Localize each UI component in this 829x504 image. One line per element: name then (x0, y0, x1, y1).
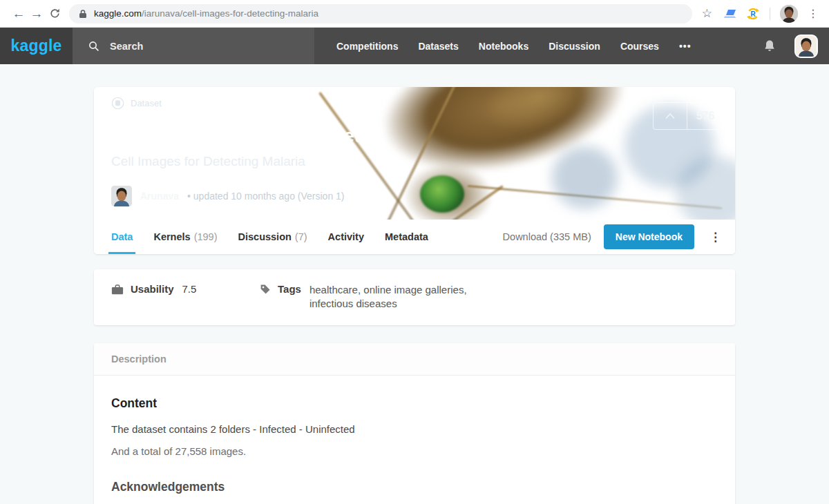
main-nav: Competitions Datasets Notebooks Discussi… (336, 41, 692, 52)
extension-icon[interactable] (724, 8, 737, 19)
tabs-actions: Download (335 MB) New Notebook ⋮ (503, 224, 724, 249)
tab-activity[interactable]: Activity (328, 220, 364, 254)
briefcase-icon (111, 284, 124, 295)
dataset-hero-card: Dataset 576 Malaria Cell Images Dataset … (94, 87, 735, 254)
tags-value[interactable]: healthcare, online image galleries, infe… (309, 283, 481, 311)
kaggle-logo[interactable]: kaggle (0, 28, 73, 64)
kaggle-navbar: kaggle Competitions Datasets Notebooks D… (0, 28, 829, 64)
toolbar-divider (770, 8, 770, 20)
dataset-type-chip: Dataset (111, 97, 162, 110)
r-extension-icon[interactable]: R (747, 8, 759, 20)
tab-kernels[interactable]: Kernels(199) (153, 220, 217, 254)
description-header: Description (94, 343, 735, 376)
acknowledgements-heading: Acknowledgements (111, 480, 718, 494)
upvote-count[interactable]: 576 (687, 103, 723, 129)
nav-more-icon[interactable]: ••• (679, 41, 692, 52)
refresh-icon (49, 8, 61, 19)
search-icon (88, 40, 100, 52)
tag-icon (260, 284, 271, 295)
dataset-tabs: Data Kernels(199) Discussion(7) Activity… (94, 220, 735, 254)
caret-up-icon (665, 113, 676, 119)
browser-refresh-button[interactable] (46, 8, 64, 19)
navbar-right (763, 35, 829, 58)
bokeh-decoration (676, 156, 735, 220)
nav-notebooks[interactable]: Notebooks (479, 41, 528, 52)
url-path: /iarunava/cell-images-for-detecting-mala… (142, 8, 318, 19)
banner-photo: Dataset 576 Malaria Cell Images Dataset … (94, 87, 735, 220)
browser-profile-avatar[interactable] (780, 5, 798, 23)
browser-menu-icon[interactable]: ⋮ (808, 7, 819, 20)
new-notebook-button[interactable]: New Notebook (604, 224, 694, 249)
meta-card: Usability 7.5 Tags healthcare, online im… (94, 269, 735, 325)
usability-section[interactable]: Usability 7.5 (111, 283, 260, 311)
mosquito-antenna-decoration (468, 185, 723, 209)
tab-data[interactable]: Data (111, 220, 133, 254)
user-avatar[interactable] (794, 35, 818, 58)
bookmark-star-icon[interactable]: ☆ (702, 6, 712, 21)
author-row: Arunava • updated 10 months ago (Version… (111, 186, 345, 206)
mosquito-leg-decoration (381, 87, 459, 220)
notifications-bell-icon[interactable] (763, 39, 776, 53)
mosquito-eye-decoration (420, 175, 464, 213)
mosquito-leg-decoration (440, 185, 504, 220)
mosquito-thorax-decoration (375, 87, 635, 191)
browser-toolbar: ← → kaggle.com/iarunava/cell-images-for-… (0, 0, 829, 28)
description-body: Content The dataset contains 2 folders -… (94, 376, 735, 504)
content-heading: Content (111, 396, 718, 411)
upvote-button[interactable] (654, 103, 687, 129)
page-content: Dataset 576 Malaria Cell Images Dataset … (0, 64, 829, 504)
address-bar[interactable]: kaggle.com/iarunava/cell-images-for-dete… (69, 4, 692, 23)
nav-datasets[interactable]: Datasets (418, 41, 458, 52)
upvote-widget: 576 (653, 102, 724, 130)
browser-back-button[interactable]: ← (10, 6, 28, 21)
tags-section: Tags healthcare, online image galleries,… (260, 283, 481, 311)
tab-metadata[interactable]: Metadata (385, 220, 428, 254)
browser-forward-button[interactable]: → (28, 6, 46, 21)
updated-text: • updated 10 months ago (Version 1) (187, 191, 345, 202)
url-domain: kaggle.com (94, 8, 142, 19)
download-link[interactable]: Download (335 MB) (503, 231, 591, 242)
nav-competitions[interactable]: Competitions (336, 41, 398, 52)
lock-icon[interactable] (79, 9, 87, 19)
mosquito-fuzz-decoration (474, 87, 604, 145)
dataset-icon (111, 97, 124, 110)
bokeh-decoration (552, 146, 618, 209)
mosquito-head-decoration (403, 163, 493, 220)
nav-courses[interactable]: Courses (620, 41, 659, 52)
author-name[interactable]: Arunava (140, 191, 179, 202)
nav-discussion[interactable]: Discussion (549, 41, 600, 52)
dataset-subtitle: Cell Images for Detecting Malaria (111, 154, 305, 169)
search-bar[interactable] (73, 28, 314, 64)
usability-value: 7.5 (182, 283, 197, 295)
author-avatar[interactable] (111, 186, 132, 206)
dataset-title: Malaria Cell Images Dataset (111, 126, 361, 147)
usability-label: Usability (131, 283, 174, 295)
overflow-menu-icon[interactable]: ⋮ (707, 230, 724, 244)
tags-label: Tags (278, 283, 301, 295)
url-text: kaggle.com/iarunava/cell-images-for-dete… (94, 8, 318, 19)
description-card: Description Content The dataset contains… (94, 343, 735, 504)
tab-discussion[interactable]: Discussion(7) (238, 220, 307, 254)
search-input[interactable] (110, 41, 283, 52)
dataset-type-label: Dataset (131, 98, 162, 108)
content-paragraph-2: And a total of 27,558 images. (111, 445, 718, 457)
content-paragraph-1: The dataset contains 2 folders - Infecte… (111, 423, 718, 435)
svg-text:R: R (750, 10, 756, 17)
